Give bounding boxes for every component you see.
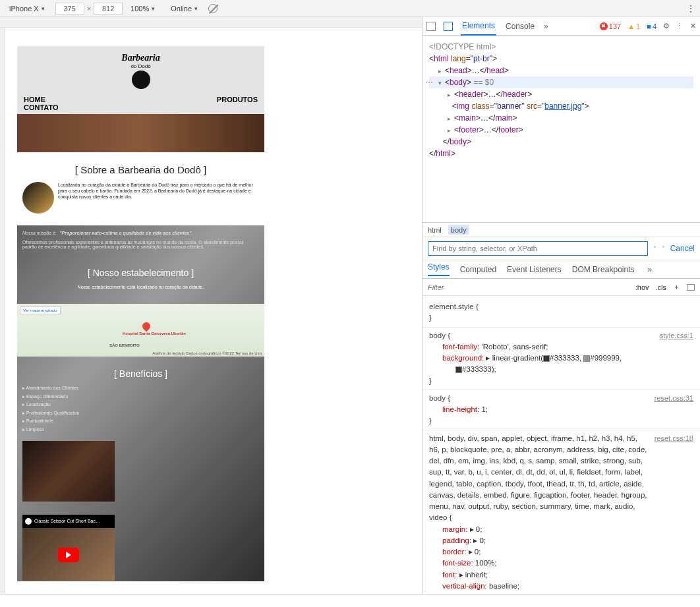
find-next-icon[interactable]: ˅ bbox=[662, 245, 665, 252]
nav-contato[interactable]: CONTATO bbox=[24, 103, 59, 111]
close-icon[interactable]: ✕ bbox=[690, 22, 696, 30]
devtools-tabs: Elements Console » 137 1 4 ⚙ ⋮ ✕ bbox=[423, 17, 700, 36]
console-drawer[interactable] bbox=[0, 594, 700, 607]
tab-elements[interactable]: Elements bbox=[461, 17, 496, 36]
throttle-select[interactable]: Online bbox=[165, 3, 206, 14]
width-input[interactable] bbox=[55, 3, 84, 14]
info-count[interactable]: 4 bbox=[647, 22, 656, 30]
error-count[interactable]: 137 bbox=[600, 22, 621, 30]
sobre-text2: Oferecemos profissionais experientes e a… bbox=[22, 240, 259, 249]
list-item: Limpeza bbox=[22, 426, 259, 434]
devtools-menu-icon[interactable]: ⋮ bbox=[676, 22, 684, 30]
site-header: Barbearia do Dodô bbox=[17, 46, 264, 93]
play-icon[interactable] bbox=[58, 548, 79, 562]
device-preview: Barbearia do Dodô HOME CONTATO PRODUTOS … bbox=[0, 17, 422, 594]
find-input[interactable] bbox=[428, 241, 648, 256]
list-item: Atendimento aos Clientes bbox=[22, 384, 259, 393]
list-item: Pontualidade bbox=[22, 417, 259, 426]
map-attrib: Atalhos do teclado Dados cartográficos ©… bbox=[152, 351, 262, 355]
list-item: Profissionais Qualificados bbox=[22, 409, 259, 418]
logo-title: Barbearia bbox=[17, 53, 264, 63]
crumb-body[interactable]: body bbox=[448, 225, 469, 235]
map-pin-icon bbox=[141, 321, 152, 332]
styles-pane[interactable]: element.style { } body {style.css:1 font… bbox=[423, 296, 700, 594]
rotate-icon[interactable] bbox=[208, 4, 218, 13]
list-item: Espaço diferenciado bbox=[22, 393, 259, 401]
tabs-overflow-icon[interactable]: » bbox=[544, 22, 548, 31]
ruler-horizontal bbox=[0, 17, 422, 28]
estab-sub: Nosso estabelecimento está localizado no… bbox=[22, 285, 259, 289]
crumb-html[interactable]: html bbox=[428, 226, 442, 234]
google-map[interactable]: Ver mapa ampliado Hospital Santa Genovev… bbox=[17, 304, 264, 357]
shave-image bbox=[22, 441, 115, 502]
inspect-icon[interactable] bbox=[426, 22, 436, 31]
dom-tree[interactable]: <!DOCTYPE html> <html lang="pt-br"> ▸<he… bbox=[423, 36, 700, 223]
sobre-title: [ Sobre a Barbearia do Dodô ] bbox=[22, 164, 259, 175]
styles-tabs: Styles Computed Event Listeners DOM Brea… bbox=[423, 260, 700, 279]
hov-toggle[interactable]: :hov bbox=[635, 283, 649, 291]
new-rule-icon[interactable]: ＋ bbox=[673, 282, 680, 292]
styles-filter-row: :hov .cls ＋ bbox=[423, 279, 700, 296]
find-cancel-button[interactable]: Cancel bbox=[670, 244, 695, 253]
map-expand-button[interactable]: Ver mapa ampliado bbox=[20, 306, 61, 314]
styles-overflow-icon[interactable]: » bbox=[647, 265, 652, 274]
beneficios-list: Atendimento aos Clientes Espaço diferenc… bbox=[22, 384, 259, 434]
list-item: Localização bbox=[22, 401, 259, 409]
tab-styles[interactable]: Styles bbox=[428, 262, 450, 276]
missao-quote: "Proporcionar auto-estima e qualidade de… bbox=[59, 231, 192, 235]
cls-toggle[interactable]: .cls bbox=[656, 283, 667, 291]
map-bairro: SÃO BENEDITO bbox=[109, 343, 140, 347]
device-toolbar: iPhone X × 100% Online ⋮ bbox=[0, 0, 700, 17]
sobre-image bbox=[22, 182, 54, 214]
ruler-vertical bbox=[0, 28, 5, 594]
height-input[interactable] bbox=[94, 3, 123, 14]
toolbar-menu-icon[interactable]: ⋮ bbox=[686, 3, 696, 14]
site-nav: HOME CONTATO PRODUTOS bbox=[17, 93, 264, 114]
breadcrumb[interactable]: html body bbox=[423, 223, 700, 237]
beneficios-title: [ Benefícios ] bbox=[22, 368, 259, 379]
tab-computed[interactable]: Computed bbox=[460, 265, 496, 274]
tab-dom-breakpoints[interactable]: DOM Breakpoints bbox=[572, 265, 635, 274]
logo-subtitle: do Dodô bbox=[17, 63, 264, 69]
sidebar-toggle-icon[interactable] bbox=[687, 284, 695, 291]
devtools-panel: Elements Console » 137 1 4 ⚙ ⋮ ✕ <!DOCTY… bbox=[422, 17, 700, 594]
nav-home[interactable]: HOME bbox=[24, 96, 45, 103]
tab-event-listeners[interactable]: Event Listeners bbox=[507, 265, 562, 274]
estab-title: [ Nosso estabelecimento ] bbox=[22, 268, 259, 278]
dimensions: × bbox=[55, 3, 123, 14]
device-mode-icon[interactable] bbox=[444, 22, 453, 31]
device-select[interactable]: iPhone X bbox=[4, 3, 53, 14]
find-prev-icon[interactable]: ˄ bbox=[653, 245, 656, 252]
styles-filter-input[interactable] bbox=[428, 283, 629, 291]
map-hospital-label: Hospital Santa Genoveva Uberlân bbox=[123, 332, 186, 335]
nav-produtos[interactable]: PRODUTOS bbox=[217, 96, 258, 111]
selected-node: ▾<body> == $0 bbox=[429, 76, 693, 88]
zoom-select[interactable]: 100% bbox=[125, 3, 163, 14]
dim-x: × bbox=[87, 5, 91, 13]
youtube-icon bbox=[25, 518, 32, 525]
find-bar: ˄ ˅ Cancel bbox=[423, 237, 700, 260]
warning-count[interactable]: 1 bbox=[627, 22, 640, 30]
sobre-text1: Localizada no coração da cidade a Barbea… bbox=[58, 182, 259, 214]
hero-banner bbox=[17, 114, 264, 152]
missao-label: Nossa missão é: bbox=[22, 231, 57, 235]
tab-console[interactable]: Console bbox=[504, 18, 536, 35]
doctype: <!DOCTYPE html> bbox=[429, 42, 496, 51]
logo-icon bbox=[132, 71, 150, 89]
video-title: Classic Scissor Cut Short Bac… bbox=[34, 519, 100, 523]
gear-icon[interactable]: ⚙ bbox=[663, 22, 670, 30]
device-frame[interactable]: Barbearia do Dodô HOME CONTATO PRODUTOS … bbox=[17, 46, 264, 581]
youtube-embed[interactable]: Classic Scissor Cut Short Bac… bbox=[22, 515, 115, 581]
